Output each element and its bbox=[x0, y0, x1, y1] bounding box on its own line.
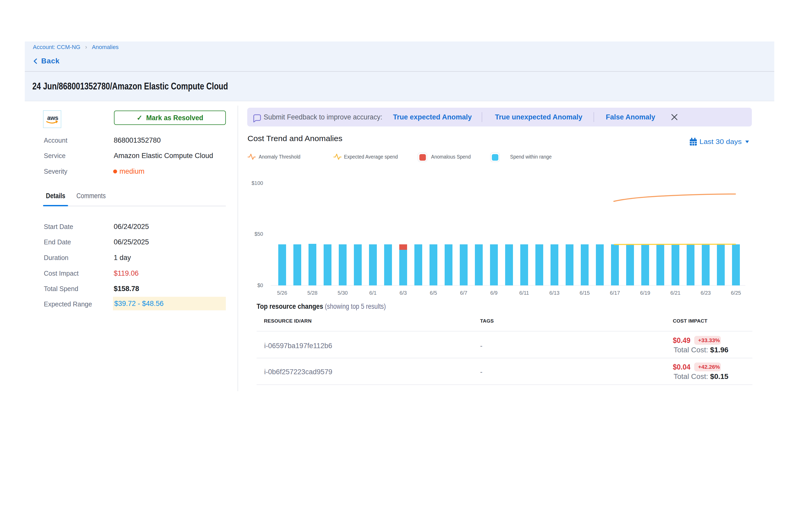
svg-text:6/23: 6/23 bbox=[701, 290, 711, 296]
svg-text:5/30: 5/30 bbox=[338, 290, 348, 296]
svg-text:6/17: 6/17 bbox=[610, 290, 620, 296]
svg-text:6/19: 6/19 bbox=[640, 290, 650, 296]
svg-text:6/11: 6/11 bbox=[519, 290, 529, 296]
svg-text:5/28: 5/28 bbox=[307, 290, 318, 296]
svg-text:6/7: 6/7 bbox=[460, 290, 467, 296]
svg-text:6/1: 6/1 bbox=[369, 290, 377, 296]
svg-text:6/25: 6/25 bbox=[731, 290, 741, 296]
svg-text:6/9: 6/9 bbox=[490, 290, 498, 296]
svg-text:6/21: 6/21 bbox=[670, 290, 681, 296]
svg-text:6/3: 6/3 bbox=[400, 290, 407, 296]
svg-text:6/13: 6/13 bbox=[549, 290, 559, 296]
svg-text:6/5: 6/5 bbox=[430, 290, 437, 296]
svg-text:5/26: 5/26 bbox=[277, 290, 287, 296]
svg-text:6/15: 6/15 bbox=[580, 290, 590, 296]
